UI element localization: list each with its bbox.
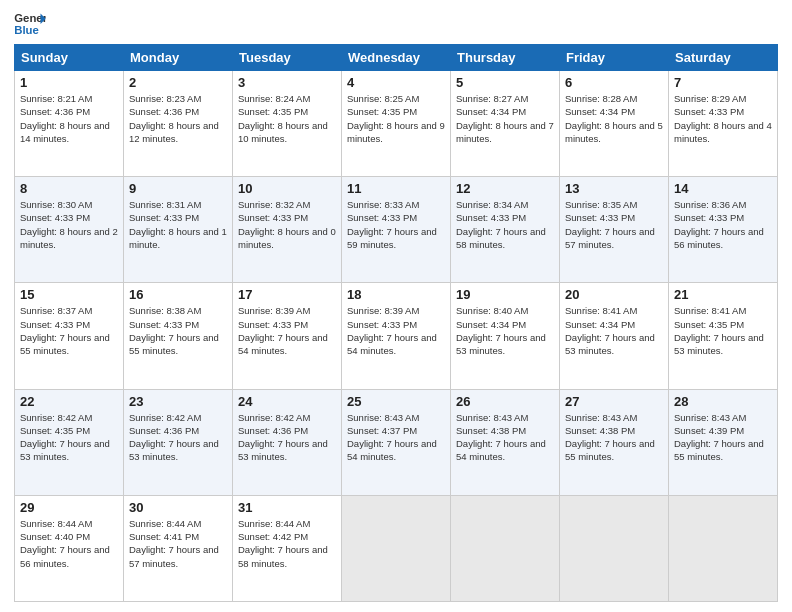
header: General Blue (14, 10, 778, 38)
day-number: 24 (238, 394, 336, 409)
day-number: 12 (456, 181, 554, 196)
day-info: Sunrise: 8:24 AMSunset: 4:35 PMDaylight:… (238, 92, 336, 145)
day-cell-20: 20Sunrise: 8:41 AMSunset: 4:34 PMDayligh… (560, 283, 669, 389)
day-info: Sunrise: 8:30 AMSunset: 4:33 PMDaylight:… (20, 198, 118, 251)
day-number: 31 (238, 500, 336, 515)
day-info: Sunrise: 8:31 AMSunset: 4:33 PMDaylight:… (129, 198, 227, 251)
day-info: Sunrise: 8:34 AMSunset: 4:33 PMDaylight:… (456, 198, 554, 251)
day-number: 2 (129, 75, 227, 90)
calendar-body: 1Sunrise: 8:21 AMSunset: 4:36 PMDaylight… (15, 71, 778, 602)
empty-cell (669, 495, 778, 601)
day-number: 22 (20, 394, 118, 409)
day-cell-24: 24Sunrise: 8:42 AMSunset: 4:36 PMDayligh… (233, 389, 342, 495)
day-info: Sunrise: 8:43 AMSunset: 4:39 PMDaylight:… (674, 411, 772, 464)
day-cell-29: 29Sunrise: 8:44 AMSunset: 4:40 PMDayligh… (15, 495, 124, 601)
calendar-week-2: 8Sunrise: 8:30 AMSunset: 4:33 PMDaylight… (15, 177, 778, 283)
day-number: 18 (347, 287, 445, 302)
day-number: 10 (238, 181, 336, 196)
day-cell-4: 4Sunrise: 8:25 AMSunset: 4:35 PMDaylight… (342, 71, 451, 177)
day-number: 3 (238, 75, 336, 90)
day-cell-30: 30Sunrise: 8:44 AMSunset: 4:41 PMDayligh… (124, 495, 233, 601)
day-info: Sunrise: 8:35 AMSunset: 4:33 PMDaylight:… (565, 198, 663, 251)
day-cell-25: 25Sunrise: 8:43 AMSunset: 4:37 PMDayligh… (342, 389, 451, 495)
calendar-week-5: 29Sunrise: 8:44 AMSunset: 4:40 PMDayligh… (15, 495, 778, 601)
day-cell-1: 1Sunrise: 8:21 AMSunset: 4:36 PMDaylight… (15, 71, 124, 177)
day-info: Sunrise: 8:38 AMSunset: 4:33 PMDaylight:… (129, 304, 227, 357)
day-number: 30 (129, 500, 227, 515)
day-cell-22: 22Sunrise: 8:42 AMSunset: 4:35 PMDayligh… (15, 389, 124, 495)
day-info: Sunrise: 8:43 AMSunset: 4:37 PMDaylight:… (347, 411, 445, 464)
day-info: Sunrise: 8:42 AMSunset: 4:36 PMDaylight:… (238, 411, 336, 464)
day-number: 9 (129, 181, 227, 196)
day-cell-14: 14Sunrise: 8:36 AMSunset: 4:33 PMDayligh… (669, 177, 778, 283)
day-cell-31: 31Sunrise: 8:44 AMSunset: 4:42 PMDayligh… (233, 495, 342, 601)
day-info: Sunrise: 8:28 AMSunset: 4:34 PMDaylight:… (565, 92, 663, 145)
day-info: Sunrise: 8:33 AMSunset: 4:33 PMDaylight:… (347, 198, 445, 251)
calendar-container: General Blue SundayMondayTuesdayWednesda… (0, 0, 792, 612)
day-cell-23: 23Sunrise: 8:42 AMSunset: 4:36 PMDayligh… (124, 389, 233, 495)
day-cell-19: 19Sunrise: 8:40 AMSunset: 4:34 PMDayligh… (451, 283, 560, 389)
day-cell-15: 15Sunrise: 8:37 AMSunset: 4:33 PMDayligh… (15, 283, 124, 389)
day-info: Sunrise: 8:27 AMSunset: 4:34 PMDaylight:… (456, 92, 554, 145)
day-cell-28: 28Sunrise: 8:43 AMSunset: 4:39 PMDayligh… (669, 389, 778, 495)
day-info: Sunrise: 8:42 AMSunset: 4:36 PMDaylight:… (129, 411, 227, 464)
day-cell-3: 3Sunrise: 8:24 AMSunset: 4:35 PMDaylight… (233, 71, 342, 177)
day-cell-9: 9Sunrise: 8:31 AMSunset: 4:33 PMDaylight… (124, 177, 233, 283)
calendar-week-1: 1Sunrise: 8:21 AMSunset: 4:36 PMDaylight… (15, 71, 778, 177)
day-cell-26: 26Sunrise: 8:43 AMSunset: 4:38 PMDayligh… (451, 389, 560, 495)
day-header-wednesday: Wednesday (342, 45, 451, 71)
day-cell-17: 17Sunrise: 8:39 AMSunset: 4:33 PMDayligh… (233, 283, 342, 389)
day-info: Sunrise: 8:43 AMSunset: 4:38 PMDaylight:… (456, 411, 554, 464)
day-number: 29 (20, 500, 118, 515)
day-cell-18: 18Sunrise: 8:39 AMSunset: 4:33 PMDayligh… (342, 283, 451, 389)
empty-cell (342, 495, 451, 601)
day-info: Sunrise: 8:36 AMSunset: 4:33 PMDaylight:… (674, 198, 772, 251)
day-header-thursday: Thursday (451, 45, 560, 71)
day-number: 16 (129, 287, 227, 302)
day-cell-21: 21Sunrise: 8:41 AMSunset: 4:35 PMDayligh… (669, 283, 778, 389)
day-header-friday: Friday (560, 45, 669, 71)
day-number: 14 (674, 181, 772, 196)
day-info: Sunrise: 8:29 AMSunset: 4:33 PMDaylight:… (674, 92, 772, 145)
day-info: Sunrise: 8:42 AMSunset: 4:35 PMDaylight:… (20, 411, 118, 464)
day-cell-27: 27Sunrise: 8:43 AMSunset: 4:38 PMDayligh… (560, 389, 669, 495)
day-number: 26 (456, 394, 554, 409)
day-info: Sunrise: 8:32 AMSunset: 4:33 PMDaylight:… (238, 198, 336, 251)
day-info: Sunrise: 8:25 AMSunset: 4:35 PMDaylight:… (347, 92, 445, 145)
day-cell-8: 8Sunrise: 8:30 AMSunset: 4:33 PMDaylight… (15, 177, 124, 283)
day-number: 13 (565, 181, 663, 196)
svg-text:Blue: Blue (14, 24, 39, 36)
day-info: Sunrise: 8:43 AMSunset: 4:38 PMDaylight:… (565, 411, 663, 464)
day-info: Sunrise: 8:44 AMSunset: 4:41 PMDaylight:… (129, 517, 227, 570)
day-number: 5 (456, 75, 554, 90)
calendar-header-row: SundayMondayTuesdayWednesdayThursdayFrid… (15, 45, 778, 71)
empty-cell (560, 495, 669, 601)
day-header-monday: Monday (124, 45, 233, 71)
day-number: 11 (347, 181, 445, 196)
day-info: Sunrise: 8:41 AMSunset: 4:34 PMDaylight:… (565, 304, 663, 357)
day-info: Sunrise: 8:44 AMSunset: 4:42 PMDaylight:… (238, 517, 336, 570)
day-cell-13: 13Sunrise: 8:35 AMSunset: 4:33 PMDayligh… (560, 177, 669, 283)
day-number: 28 (674, 394, 772, 409)
day-number: 15 (20, 287, 118, 302)
day-number: 6 (565, 75, 663, 90)
day-info: Sunrise: 8:39 AMSunset: 4:33 PMDaylight:… (238, 304, 336, 357)
day-number: 8 (20, 181, 118, 196)
calendar-week-3: 15Sunrise: 8:37 AMSunset: 4:33 PMDayligh… (15, 283, 778, 389)
day-number: 4 (347, 75, 445, 90)
day-cell-12: 12Sunrise: 8:34 AMSunset: 4:33 PMDayligh… (451, 177, 560, 283)
day-info: Sunrise: 8:41 AMSunset: 4:35 PMDaylight:… (674, 304, 772, 357)
calendar-week-4: 22Sunrise: 8:42 AMSunset: 4:35 PMDayligh… (15, 389, 778, 495)
day-cell-6: 6Sunrise: 8:28 AMSunset: 4:34 PMDaylight… (560, 71, 669, 177)
day-info: Sunrise: 8:44 AMSunset: 4:40 PMDaylight:… (20, 517, 118, 570)
day-number: 21 (674, 287, 772, 302)
day-number: 17 (238, 287, 336, 302)
day-number: 27 (565, 394, 663, 409)
day-cell-11: 11Sunrise: 8:33 AMSunset: 4:33 PMDayligh… (342, 177, 451, 283)
day-header-sunday: Sunday (15, 45, 124, 71)
calendar-table: SundayMondayTuesdayWednesdayThursdayFrid… (14, 44, 778, 602)
day-info: Sunrise: 8:37 AMSunset: 4:33 PMDaylight:… (20, 304, 118, 357)
day-info: Sunrise: 8:39 AMSunset: 4:33 PMDaylight:… (347, 304, 445, 357)
day-info: Sunrise: 8:23 AMSunset: 4:36 PMDaylight:… (129, 92, 227, 145)
day-number: 25 (347, 394, 445, 409)
